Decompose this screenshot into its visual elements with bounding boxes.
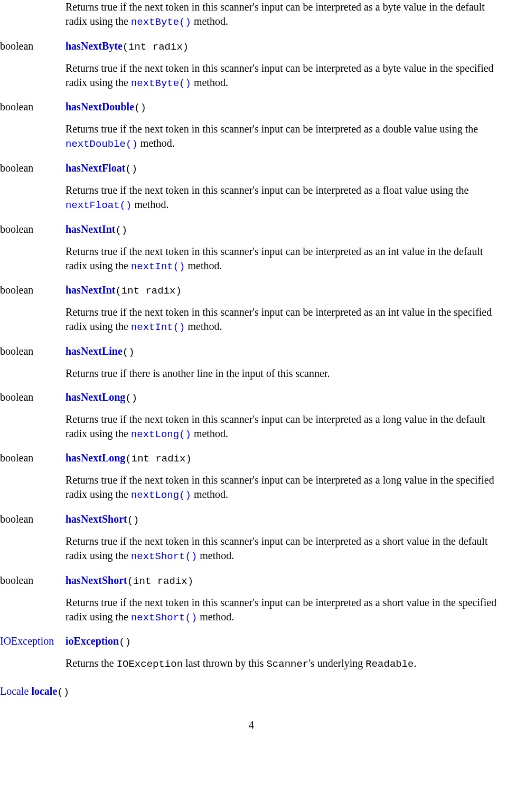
method-params: ()	[125, 163, 137, 175]
method-name-link[interactable]: hasNextDouble	[65, 101, 134, 112]
method-name-link[interactable]: ioException	[65, 635, 119, 647]
method-name-link[interactable]: hasNextByte	[65, 40, 123, 52]
return-type-cell: boolean	[0, 162, 65, 223]
method-name-link[interactable]: hasNextInt	[65, 284, 115, 296]
desc-text: method.	[197, 611, 234, 622]
desc-text: Returns true if the next token in this s…	[65, 535, 487, 561]
method-body-cell: hasNextLong() Returns true if the next t…	[65, 391, 503, 452]
method-name-link[interactable]: hasNextLong	[65, 452, 125, 464]
method-params: ()	[123, 346, 135, 358]
return-type-cell: boolean	[0, 452, 65, 513]
desc-text: method.	[138, 137, 175, 149]
desc-code[interactable]: nextShort()	[131, 551, 197, 562]
desc-text: Returns true if the next token in this s…	[65, 246, 483, 271]
return-type: boolean	[0, 101, 33, 112]
method-description: Returns true if the next token in this s…	[65, 244, 503, 274]
desc-text: Returns true if the next token in this s…	[65, 413, 485, 439]
method-body-cell: hasNextLine() Returns true if there is a…	[65, 345, 503, 391]
method-params: (int radix)	[125, 453, 191, 465]
method-body-cell: hasNextShort() Returns true if the next …	[65, 513, 503, 574]
desc-text: method.	[191, 77, 228, 88]
desc-text: Returns the	[65, 657, 117, 669]
method-signature-orphan: Locale locale()	[0, 685, 503, 698]
method-row: boolean hasNextByte(int radix) Returns t…	[0, 40, 503, 101]
desc-code[interactable]: nextDouble()	[65, 138, 138, 150]
method-params: ()	[134, 102, 146, 114]
return-type: boolean	[0, 284, 33, 296]
method-row: IOException ioException() Returns the IO…	[0, 635, 503, 682]
method-description: Returns true if the next token in this s…	[65, 473, 503, 503]
desc-text: method.	[185, 260, 222, 271]
desc-text: Returns true if the next token in this s…	[65, 62, 494, 88]
method-body-cell: hasNextLong(int radix) Returns true if t…	[65, 452, 503, 513]
return-type-cell: boolean	[0, 101, 65, 162]
method-name-link[interactable]: hasNextInt	[65, 223, 115, 235]
method-description: Returns true if the next token in this s…	[65, 305, 503, 335]
desc-code: Readable	[365, 658, 414, 670]
desc-text: method.	[191, 428, 228, 439]
return-type: boolean	[0, 345, 33, 357]
method-name-link[interactable]: hasNextLong	[65, 391, 125, 403]
method-name-link[interactable]: hasNextShort	[65, 574, 127, 586]
method-body-cell: hasNextByte(int radix) Returns true if t…	[65, 40, 503, 101]
method-params: ()	[125, 392, 137, 404]
return-type-cell	[0, 0, 65, 40]
return-type-cell: boolean	[0, 513, 65, 574]
desc-text: Returns true if the next token in this s…	[65, 184, 468, 196]
return-type-link[interactable]: IOException	[0, 635, 54, 647]
desc-code[interactable]: nextLong()	[131, 489, 191, 501]
method-name-link[interactable]: locale	[31, 685, 57, 697]
method-body-cell: ioException() Returns the IOException la…	[65, 635, 503, 682]
desc-text: .	[414, 657, 417, 669]
return-type: boolean	[0, 40, 33, 52]
method-description: Returns true if the next token in this s…	[65, 122, 503, 152]
method-description: Returns true if the next token in this s…	[65, 183, 503, 213]
return-type: boolean	[0, 391, 33, 403]
method-description: Returns true if the next token in this s…	[65, 534, 503, 564]
return-type: boolean	[0, 574, 33, 586]
return-type-link[interactable]: Locale	[0, 685, 29, 697]
return-type-cell: boolean	[0, 574, 65, 636]
desc-text: method.	[185, 320, 222, 332]
desc-text: last thrown by this	[183, 657, 266, 669]
method-params: ()	[127, 514, 139, 526]
return-type-cell: IOException	[0, 635, 65, 682]
desc-text: method.	[132, 199, 168, 210]
return-type: boolean	[0, 452, 33, 464]
return-type: boolean	[0, 513, 33, 525]
desc-code[interactable]: nextInt()	[131, 322, 185, 333]
return-type-cell: boolean	[0, 40, 65, 101]
desc-text: 's underlying	[308, 657, 365, 669]
desc-code[interactable]: nextByte()	[131, 16, 191, 28]
method-row: boolean hasNextLong(int radix) Returns t…	[0, 452, 503, 513]
desc-code[interactable]: nextLong()	[131, 429, 191, 440]
method-row: boolean hasNextInt() Returns true if the…	[0, 223, 503, 285]
desc-text: method.	[191, 15, 228, 27]
method-name-link[interactable]: hasNextLine	[65, 345, 123, 357]
method-row: boolean hasNextInt(int radix) Returns tr…	[0, 284, 503, 345]
method-description: Returns true if the next token in this s…	[65, 0, 503, 30]
desc-code[interactable]: nextShort()	[131, 612, 197, 624]
method-row: boolean hasNextDouble() Returns true if …	[0, 101, 503, 162]
method-body-cell: hasNextFloat() Returns true if the next …	[65, 162, 503, 223]
method-params: ()	[115, 224, 127, 236]
method-body-cell: hasNextDouble() Returns true if the next…	[65, 101, 503, 162]
desc-code[interactable]: nextInt()	[131, 261, 185, 272]
method-params: ()	[57, 686, 69, 698]
method-body-cell: Returns true if the next token in this s…	[65, 0, 503, 40]
method-params: (int radix)	[127, 575, 193, 587]
desc-text: Returns true if the next token in this s…	[65, 306, 492, 332]
desc-text: Returns true if there is another line in…	[65, 367, 330, 379]
method-name-link[interactable]: hasNextShort	[65, 513, 127, 525]
desc-code[interactable]: nextFloat()	[65, 200, 132, 211]
method-name-link[interactable]: hasNextFloat	[65, 162, 125, 174]
desc-text: Returns true if the next token in this s…	[65, 474, 494, 500]
desc-code[interactable]: nextByte()	[131, 78, 191, 89]
method-params: (int radix)	[115, 285, 181, 297]
method-body-cell: hasNextShort(int radix) Returns true if …	[65, 574, 503, 636]
return-type-cell: boolean	[0, 223, 65, 285]
method-description: Returns the IOException last thrown by t…	[65, 656, 503, 672]
method-row: boolean hasNextLong() Returns true if th…	[0, 391, 503, 452]
desc-text: method.	[191, 488, 228, 500]
method-row: boolean hasNextFloat() Returns true if t…	[0, 162, 503, 223]
